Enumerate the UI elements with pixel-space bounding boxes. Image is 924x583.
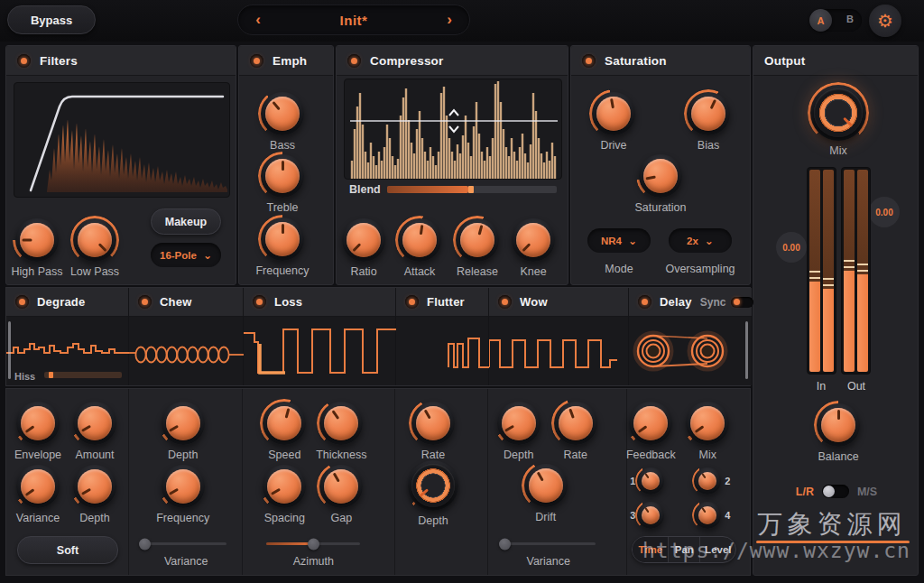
output-gain-readout: 0.00: [869, 197, 900, 227]
lr-ms-toggle[interactable]: [822, 485, 849, 498]
preset-navigator: ‹ Init* ›: [237, 5, 470, 35]
wow-variance-handle[interactable]: [499, 538, 511, 550]
ab-b-label[interactable]: B: [846, 14, 854, 24]
saturation-panel: Saturation Drive Bias Saturation NR4 ⌄ 2…: [570, 45, 751, 285]
balance-knob[interactable]: Balance: [804, 405, 873, 463]
thickness-knob[interactable]: Thickness: [307, 403, 375, 461]
tap3-knob[interactable]: [639, 504, 662, 527]
wow-title: Wow: [520, 295, 548, 309]
hiss-slider-handle[interactable]: [49, 372, 53, 378]
delay-power-led[interactable]: [638, 295, 651, 309]
tap4-label: 4: [725, 510, 730, 521]
settings-button[interactable]: ⚙: [869, 5, 901, 37]
display-handle[interactable]: [745, 321, 748, 379]
soft-button[interactable]: Soft: [17, 536, 118, 564]
drive-knob[interactable]: Drive: [579, 94, 648, 152]
mode-dropdown[interactable]: NR4 ⌄: [587, 228, 651, 253]
ab-a-label[interactable]: A: [809, 9, 832, 32]
emph-power-led[interactable]: [250, 54, 263, 68]
amount-knob[interactable]: Amount: [60, 403, 129, 461]
tap2-knob[interactable]: [696, 469, 719, 493]
bypass-button[interactable]: Bypass: [7, 5, 96, 34]
wow-variance-slider[interactable]: [501, 542, 596, 545]
degrade-power-led[interactable]: [15, 295, 29, 309]
input-gain-readout: 0.00: [776, 232, 807, 263]
azimuth-slider[interactable]: [266, 542, 360, 545]
emph-header: Emph: [239, 46, 333, 76]
loss-power-led[interactable]: [253, 295, 266, 309]
loss-section: Loss: [244, 288, 396, 385]
wow-waveform: [489, 317, 629, 385]
azimuth-handle[interactable]: [308, 538, 319, 550]
tap4-knob[interactable]: [696, 504, 719, 527]
compressor-power-led[interactable]: [347, 54, 361, 68]
saturation-power-led[interactable]: [582, 54, 596, 68]
loss-title: Loss: [274, 295, 302, 309]
flutter-power-led[interactable]: [405, 295, 419, 309]
thickness-label: Thickness: [316, 449, 366, 461]
lr-label[interactable]: L/R: [796, 486, 814, 498]
filter-spectrum-display[interactable]: [14, 82, 230, 198]
chew-controls: Depth Frequency Variance: [129, 389, 244, 575]
ab-compare-toggle[interactable]: A B: [809, 9, 862, 32]
soft-label: Soft: [57, 544, 79, 557]
compressor-header: Compressor: [337, 46, 568, 76]
mix-knob[interactable]: Mix: [804, 87, 873, 157]
knee-knob[interactable]: Knee: [499, 220, 568, 278]
emph-panel: Emph Bass Treble Frequency: [238, 45, 334, 285]
spectrum-graph: [14, 83, 230, 198]
azimuth-label: Azimuth: [243, 555, 383, 568]
gear-icon: ⚙: [877, 10, 893, 32]
chew-frequency-knob[interactable]: Frequency: [149, 467, 217, 524]
hiss-slider[interactable]: [44, 372, 122, 378]
filters-title: Filters: [40, 54, 78, 68]
next-preset-icon[interactable]: ›: [430, 11, 469, 29]
chevron-down-icon: ⌄: [203, 252, 212, 259]
bass-knob[interactable]: Bass: [248, 94, 317, 152]
spacing-label: Spacing: [264, 512, 305, 524]
compressor-panel: Compressor Blend Ratio Attack Release Kn…: [336, 45, 568, 285]
loss-controls: Speed Thickness Spacing Gap Azimuth: [243, 389, 395, 575]
saturation-knob[interactable]: Saturation: [626, 156, 695, 214]
gap-knob[interactable]: Gap: [307, 467, 375, 524]
wow-rate-label: Rate: [564, 449, 587, 461]
wow-power-led[interactable]: [498, 295, 512, 309]
ms-label[interactable]: M/S: [857, 486, 877, 498]
makeup-button[interactable]: Makeup: [151, 208, 221, 235]
tap1-knob[interactable]: [639, 469, 662, 493]
degrade-title: Degrade: [37, 295, 85, 309]
chew-variance-handle[interactable]: [139, 538, 151, 550]
preset-name[interactable]: Init*: [278, 13, 430, 28]
tape-modules-strip: Degrade Hiss Chew: [5, 287, 751, 386]
treble-knob[interactable]: Treble: [248, 156, 317, 214]
mode-label: Mode: [574, 263, 664, 275]
wow-rate-knob[interactable]: Rate: [541, 403, 610, 461]
bias-knob[interactable]: Bias: [674, 94, 743, 152]
degrade-controls: Envelope Amount Variance Depth Soft: [6, 389, 129, 575]
degrade-depth-knob[interactable]: Depth: [60, 467, 129, 524]
channel-mode-switch-row: L/R M/S: [779, 485, 894, 498]
out-meter-label: Out: [838, 380, 874, 393]
delay-mix-knob[interactable]: Mix: [673, 403, 742, 461]
pole-dropdown[interactable]: 16-Pole ⌄: [151, 243, 221, 267]
flutter-depth-knob[interactable]: Depth: [399, 462, 467, 527]
delay-title: Delay: [660, 295, 692, 309]
bass-label: Bass: [270, 139, 295, 152]
prev-preset-icon[interactable]: ‹: [238, 11, 278, 29]
blend-slider-handle[interactable]: [468, 186, 474, 193]
filters-power-led[interactable]: [17, 54, 31, 68]
oversampling-dropdown[interactable]: 2x ⌄: [669, 228, 732, 253]
blend-slider[interactable]: [387, 186, 557, 193]
chew-depth-knob[interactable]: Depth: [149, 403, 217, 461]
drift-knob[interactable]: Drift: [512, 466, 580, 523]
speed-label: Speed: [268, 449, 300, 461]
display-handle[interactable]: [8, 321, 11, 379]
chew-waveform: [129, 317, 244, 385]
compressor-waveform-display[interactable]: [344, 79, 562, 180]
low-pass-knob[interactable]: Low Pass: [60, 220, 129, 278]
emph-frequency-knob[interactable]: Frequency: [248, 219, 317, 277]
sync-toggle[interactable]: [731, 297, 753, 308]
chew-power-led[interactable]: [138, 295, 152, 309]
flutter-rate-knob[interactable]: Rate: [399, 403, 467, 461]
chew-variance-slider[interactable]: [141, 542, 226, 545]
